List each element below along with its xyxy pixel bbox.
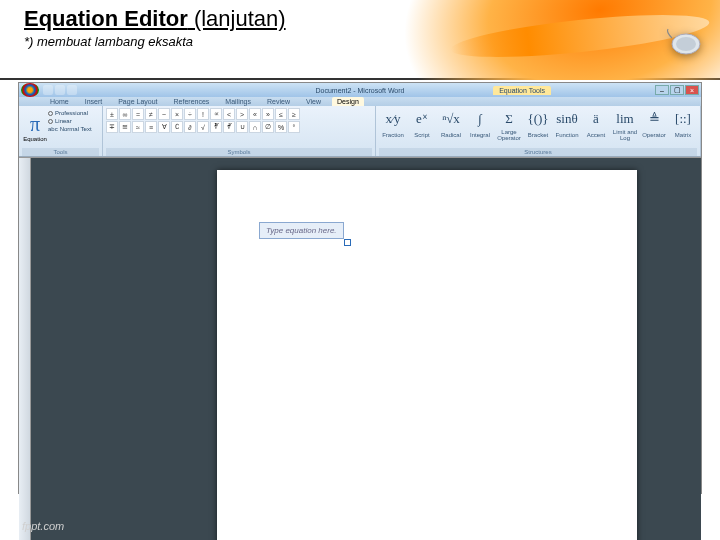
symbol-8[interactable]: ∝ xyxy=(210,108,222,120)
structure-large-operator[interactable]: ΣLarge Operator xyxy=(495,108,523,142)
structure-function[interactable]: sinθFunction xyxy=(553,108,581,142)
symbol-1[interactable]: ∞ xyxy=(119,108,131,120)
symbol-11[interactable]: « xyxy=(249,108,261,120)
symbol-0[interactable]: ± xyxy=(106,108,118,120)
ribbon-group-symbols: ±∞=≠~×÷!∝<>«»≤≥∓≅≈≡∀∁∂√∛∜∪∩∅%° Symbols xyxy=(103,106,376,156)
slide-subtitle: *) membuat lambang eksakta xyxy=(24,34,696,49)
symbol-6[interactable]: ÷ xyxy=(184,108,196,120)
equation-resize-handle[interactable] xyxy=(344,239,351,246)
tab-design[interactable]: Design xyxy=(332,97,364,106)
symbol-21[interactable]: ∂ xyxy=(184,121,196,133)
structure-label: Large Operator xyxy=(495,128,523,142)
tab-references[interactable]: References xyxy=(169,97,215,106)
window-title: Document2 - Microsoft Word xyxy=(316,87,405,94)
symbol-26[interactable]: ∩ xyxy=(249,121,261,133)
structure-fraction[interactable]: x⁄yFraction xyxy=(379,108,407,142)
symbol-19[interactable]: ∀ xyxy=(158,121,170,133)
professional-option[interactable]: Professional xyxy=(48,110,92,116)
close-button[interactable]: × xyxy=(685,85,699,95)
symbol-2[interactable]: = xyxy=(132,108,144,120)
symbols-group-label: Symbols xyxy=(106,148,372,156)
structure-label: Matrix xyxy=(675,128,691,142)
symbol-29[interactable]: ° xyxy=(288,121,300,133)
symbol-23[interactable]: ∛ xyxy=(210,121,222,133)
normal-text-option[interactable]: abcNormal Text xyxy=(48,126,92,132)
tab-home[interactable]: Home xyxy=(45,97,74,106)
structure-limit-and-log[interactable]: limLimit and Log xyxy=(611,108,639,142)
structure-operator[interactable]: ≜Operator xyxy=(640,108,668,142)
ribbon: π Equation Professional Linear abcNormal… xyxy=(19,106,701,157)
structures-row: x⁄yFractioneˣScriptⁿ√xRadical∫IntegralΣL… xyxy=(379,108,697,142)
minimize-button[interactable]: – xyxy=(655,85,669,95)
structure-icon: ⁿ√x xyxy=(442,108,460,128)
symbol-25[interactable]: ∪ xyxy=(236,121,248,133)
structure-integral[interactable]: ∫Integral xyxy=(466,108,494,142)
page-canvas[interactable]: Type equation here. xyxy=(31,158,701,540)
structure-radical[interactable]: ⁿ√xRadical xyxy=(437,108,465,142)
structure-icon: ≜ xyxy=(649,108,660,128)
titlebar: Document2 - Microsoft Word Equation Tool… xyxy=(19,83,701,97)
structure-label: Operator xyxy=(642,128,666,142)
structures-group-label: Structures xyxy=(379,148,697,156)
symbol-18[interactable]: ≡ xyxy=(145,121,157,133)
structure-matrix[interactable]: [::]Matrix xyxy=(669,108,697,142)
structure-icon: ∫ xyxy=(478,108,482,128)
tab-page-layout[interactable]: Page Layout xyxy=(113,97,162,106)
structure-accent[interactable]: äAccent xyxy=(582,108,610,142)
symbol-22[interactable]: √ xyxy=(197,121,209,133)
linear-option[interactable]: Linear xyxy=(48,118,92,124)
structure-icon: [::] xyxy=(675,108,691,128)
symbol-24[interactable]: ∜ xyxy=(223,121,235,133)
ribbon-group-tools: π Equation Professional Linear abcNormal… xyxy=(19,106,103,156)
office-button[interactable] xyxy=(21,83,39,97)
footer-watermark: fppt.com xyxy=(22,520,64,532)
symbol-9[interactable]: < xyxy=(223,108,235,120)
structure-label: Integral xyxy=(470,128,490,142)
structure-label: Script xyxy=(414,128,429,142)
symbol-17[interactable]: ≈ xyxy=(132,121,144,133)
symbol-20[interactable]: ∁ xyxy=(171,121,183,133)
symbol-4[interactable]: ~ xyxy=(158,108,170,120)
quick-access-toolbar[interactable] xyxy=(43,85,77,95)
structure-label: Fraction xyxy=(382,128,404,142)
structure-icon: x⁄y xyxy=(385,108,400,128)
equation-tools-tab-label: Equation Tools xyxy=(493,86,551,95)
structure-icon: lim xyxy=(616,108,633,128)
structure-label: Radical xyxy=(441,128,461,142)
structure-bracket[interactable]: {()}Bracket xyxy=(524,108,552,142)
symbol-10[interactable]: > xyxy=(236,108,248,120)
maximize-button[interactable]: ▢ xyxy=(670,85,684,95)
structure-icon: ä xyxy=(593,108,599,128)
symbol-27[interactable]: ∅ xyxy=(262,121,274,133)
tab-insert[interactable]: Insert xyxy=(80,97,108,106)
symbol-7[interactable]: ! xyxy=(197,108,209,120)
equation-placeholder-text: Type equation here. xyxy=(266,226,337,235)
tab-review[interactable]: Review xyxy=(262,97,295,106)
tools-group-label: Tools xyxy=(22,148,99,156)
tab-mailings[interactable]: Mailings xyxy=(220,97,256,106)
structure-icon: eˣ xyxy=(416,108,428,128)
tab-view[interactable]: View xyxy=(301,97,326,106)
equation-options: Professional Linear abcNormal Text xyxy=(48,108,92,148)
equation-button[interactable]: π Equation xyxy=(22,108,48,146)
document-area: Type equation here. xyxy=(19,158,701,540)
equation-placeholder-box[interactable]: Type equation here. xyxy=(259,222,344,239)
symbol-5[interactable]: × xyxy=(171,108,183,120)
symbol-13[interactable]: ≤ xyxy=(275,108,287,120)
symbol-16[interactable]: ≅ xyxy=(119,121,131,133)
structure-label: Function xyxy=(555,128,578,142)
symbol-15[interactable]: ∓ xyxy=(106,121,118,133)
structure-icon: sinθ xyxy=(556,108,577,128)
title-rest: (lanjutan) xyxy=(188,6,286,31)
structure-label: Accent xyxy=(587,128,605,142)
window-controls: – ▢ × xyxy=(655,85,699,95)
symbol-3[interactable]: ≠ xyxy=(145,108,157,120)
vertical-ruler[interactable] xyxy=(19,158,31,540)
structure-label: Limit and Log xyxy=(611,128,639,142)
structure-script[interactable]: eˣScript xyxy=(408,108,436,142)
symbol-28[interactable]: % xyxy=(275,121,287,133)
symbols-grid: ±∞=≠~×÷!∝<>«»≤≥∓≅≈≡∀∁∂√∛∜∪∩∅%° xyxy=(106,108,372,148)
symbol-12[interactable]: » xyxy=(262,108,274,120)
symbol-14[interactable]: ≥ xyxy=(288,108,300,120)
page[interactable]: Type equation here. xyxy=(217,170,637,540)
